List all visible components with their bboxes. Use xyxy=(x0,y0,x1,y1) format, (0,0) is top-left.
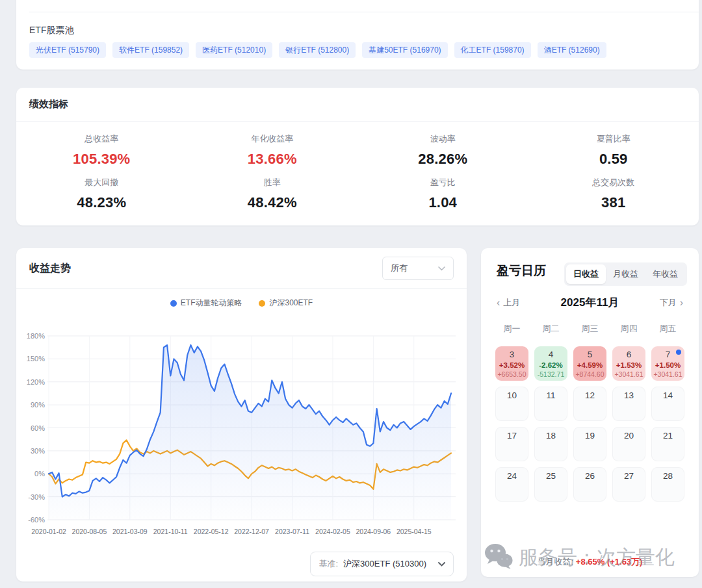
calendar-title: 盈亏日历 xyxy=(497,262,546,279)
metric-label: 最大回撤 xyxy=(16,177,187,188)
etf-tag[interactable]: 银行ETF (512800) xyxy=(279,42,356,58)
calendar-day-cell[interactable]: 6+1.53%+3041.61 xyxy=(612,346,645,381)
benchmark-label: 基准: xyxy=(318,558,338,570)
calendar-day-cell[interactable]: 18 xyxy=(534,427,567,461)
day-number: 11 xyxy=(535,390,567,402)
next-month-label: 下月 xyxy=(660,297,677,309)
tab-daily-return[interactable]: 日收益 xyxy=(566,264,606,284)
range-filter-select[interactable]: 所有 xyxy=(382,257,454,280)
metric-value: 48.23% xyxy=(16,194,187,211)
metric-label: 总收益率 xyxy=(16,133,187,145)
legend-label: ETF动量轮动策略 xyxy=(181,298,242,309)
x-axis-tick-label: 2020-01-02 xyxy=(31,528,66,535)
pnl-calendar-card: 盈亏日历 日收益月收益年收益 ‹ 上月 2025年11月 下月 › 周一周二周三… xyxy=(481,248,699,577)
x-axis-tick-label: 2022-05-12 xyxy=(194,528,229,535)
etf-tag[interactable]: 基建50ETF (516970) xyxy=(362,42,447,58)
calendar-day-cell[interactable]: 11 xyxy=(534,387,567,421)
calendar-weekday-row: 周一周二周三周四周五 xyxy=(495,323,684,335)
metric-item: 盈亏比1.04 xyxy=(358,177,528,211)
metric-value: 1.04 xyxy=(358,194,528,211)
calendar-day-cell[interactable]: 28 xyxy=(651,467,684,502)
metric-value: 105.39% xyxy=(16,151,187,168)
metric-item: 胜率48.42% xyxy=(187,177,358,211)
calendar-grid: 3+3.52%+6653.504-2.62%-5132.715+4.59%+87… xyxy=(495,346,684,502)
metrics-header: 绩效指标 xyxy=(16,88,699,121)
weekday-label: 周三 xyxy=(573,323,606,335)
day-number: 13 xyxy=(613,390,645,402)
legend-item[interactable]: ETF动量轮动策略 xyxy=(170,298,242,309)
prev-month-button[interactable]: ‹ 上月 xyxy=(497,297,520,309)
today-dot-icon xyxy=(676,350,681,355)
weekday-label: 周二 xyxy=(534,323,567,335)
x-axis-tick-label: 2024-09-06 xyxy=(356,528,391,535)
y-axis-tick-label: 0% xyxy=(34,470,45,478)
chevron-right-icon: › xyxy=(680,298,683,308)
day-return-percent: -2.62% xyxy=(534,361,567,370)
calendar-day-cell[interactable]: 24 xyxy=(495,467,528,502)
prev-month-label: 上月 xyxy=(503,297,520,309)
next-month-button[interactable]: 下月 › xyxy=(660,297,683,309)
weekday-label: 周五 xyxy=(651,323,684,335)
etf-tag[interactable]: 光伏ETF (515790) xyxy=(29,42,106,58)
calendar-month-title: 2025年11月 xyxy=(561,295,619,310)
calendar-day-cell[interactable]: 5+4.59%+8744.60 xyxy=(573,346,606,381)
calendar-day-cell[interactable]: 12 xyxy=(573,387,606,421)
month-summary: 当月收益: +8.65% (+1.63万) xyxy=(481,556,699,568)
calendar-day-cell[interactable]: 17 xyxy=(495,427,528,461)
calendar-day-cell[interactable]: 3+3.52%+6653.50 xyxy=(495,346,528,381)
y-axis-tick-label: 30% xyxy=(31,447,45,455)
calendar-day-cell[interactable]: 26 xyxy=(573,467,606,502)
y-axis-tick-label: 60% xyxy=(31,424,45,432)
etf-tag-list: 光伏ETF (515790)软件ETF (159852)医药ETF (51201… xyxy=(29,42,606,58)
metric-item: 年化收益率13.66% xyxy=(187,133,358,168)
legend-dot-icon xyxy=(259,300,265,307)
calendar-day-cell[interactable]: 20 xyxy=(612,427,645,461)
trend-title: 收益走势 xyxy=(29,262,71,275)
month-summary-value: +8.65% (+1.63万) xyxy=(576,557,643,567)
day-number: 12 xyxy=(574,390,606,402)
metric-label: 胜率 xyxy=(187,177,358,188)
day-return-percent: +4.59% xyxy=(573,361,606,370)
calendar-day-cell[interactable]: 4-2.62%-5132.71 xyxy=(534,346,567,381)
metric-value: 381 xyxy=(528,194,699,211)
y-axis-tick-label: 120% xyxy=(27,378,45,386)
etf-strategy-dashboard: ETF股票池 光伏ETF (515790)软件ETF (159852)医药ETF… xyxy=(0,0,702,588)
calendar-day-cell[interactable]: 27 xyxy=(612,467,645,502)
metric-value: 13.66% xyxy=(187,151,358,168)
x-axis-tick-label: 2025-04-15 xyxy=(396,528,432,535)
metric-label: 波动率 xyxy=(358,133,528,145)
calendar-day-cell[interactable]: 21 xyxy=(651,427,684,461)
trend-header: 收益走势 所有 xyxy=(16,248,467,289)
etf-tag[interactable]: 软件ETF (159852) xyxy=(112,42,189,58)
metric-label: 总交易次数 xyxy=(528,177,699,188)
day-number: 25 xyxy=(535,471,567,482)
metric-label: 夏普比率 xyxy=(528,133,699,145)
benchmark-select[interactable]: 基准: 沪深300ETF (510300) xyxy=(310,552,454,576)
calendar-day-cell[interactable]: 25 xyxy=(534,467,567,502)
metric-item: 波动率28.26% xyxy=(358,133,528,168)
chart-legend: ETF动量轮动策略沪深300ETF xyxy=(16,298,467,309)
calendar-day-cell[interactable]: 13 xyxy=(612,387,645,421)
etf-tag[interactable]: 化工ETF (159870) xyxy=(454,42,531,58)
tab-yearly-return[interactable]: 年收益 xyxy=(645,264,685,284)
metric-value: 0.59 xyxy=(528,151,699,168)
etf-tag[interactable]: 酒ETF (512690) xyxy=(538,42,606,58)
etf-tag[interactable]: 医药ETF (512010) xyxy=(196,42,272,58)
day-number: 27 xyxy=(613,471,645,482)
chevron-down-icon xyxy=(438,562,445,567)
trend-card: 收益走势 所有 ETF动量轮动策略沪深300ETF 2020-01-022020… xyxy=(16,248,467,582)
metric-item: 总交易次数381 xyxy=(528,177,699,211)
calendar-day-cell[interactable]: 19 xyxy=(573,427,606,461)
legend-label: 沪深300ETF xyxy=(269,298,313,309)
calendar-day-cell[interactable]: 7+1.50%+3041.61 xyxy=(651,346,684,381)
tab-monthly-return[interactable]: 月收益 xyxy=(606,264,645,284)
y-axis-tick-label: 180% xyxy=(27,332,45,340)
calendar-day-cell[interactable]: 14 xyxy=(651,387,684,421)
legend-item[interactable]: 沪深300ETF xyxy=(259,298,313,309)
day-return-amount: +6653.50 xyxy=(495,370,528,379)
day-number: 18 xyxy=(535,431,567,442)
x-axis-tick-label: 2022-12-07 xyxy=(234,528,269,535)
day-number: 21 xyxy=(652,431,684,442)
calendar-day-cell[interactable]: 10 xyxy=(495,387,528,421)
day-number: 4 xyxy=(534,350,567,361)
